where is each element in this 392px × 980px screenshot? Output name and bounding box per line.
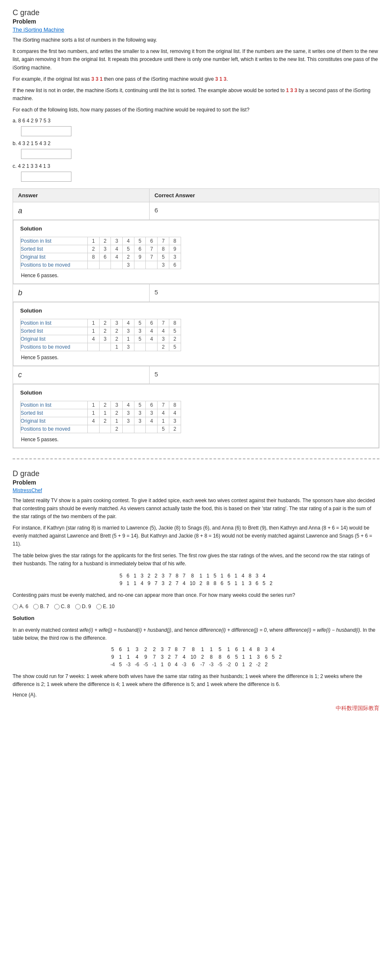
options-container: A. 6B. 7C. 8D. 9E. 10 — [13, 605, 120, 611]
radio-C[interactable] — [54, 604, 60, 609]
d-solution-title: Solution — [13, 615, 379, 621]
row-c-answer: 5 — [155, 371, 374, 378]
options-row: A. 6B. 7C. 8D. 9E. 10 — [13, 604, 379, 611]
row-c-label: c — [18, 371, 144, 379]
c-description4: If the new list is not in order, the mac… — [13, 87, 379, 103]
d-grade-section: D grade Problem MistressChef The latest … — [13, 469, 379, 712]
option-B[interactable]: B. 7 — [33, 604, 49, 609]
solution-box-b: Solution Position in list12345678Sorted … — [13, 302, 379, 366]
star-ratings-table: 5613223787811516148349114973274102886511… — [118, 572, 275, 587]
input-c[interactable] — [21, 172, 71, 182]
c-description2: It compares the first two numbers, and w… — [13, 48, 379, 72]
d-description2: For instance, if Kathryn (star rating 8)… — [13, 524, 379, 548]
d-grade-title: D grade — [13, 469, 379, 478]
solution-row-c: Solution Position in list12345678Sorted … — [13, 384, 379, 448]
answer-row-c: c 5 — [13, 366, 379, 384]
input-a-area — [21, 126, 379, 136]
list-c-label: c. 4 2 1 3 3 4 1 3 — [13, 163, 379, 169]
c-question: For each of the following lists, how man… — [13, 106, 379, 114]
c-description1: The iSorting machine sorts a list of num… — [13, 36, 379, 44]
solution-box-c: Solution Position in list12345678Sorted … — [13, 384, 379, 448]
row-a-answer: 6 — [155, 207, 374, 214]
logo-text: 中科数理国际教育 — [336, 705, 379, 711]
option-D[interactable]: D. 9 — [75, 604, 91, 609]
list-b-label: b. 4 3 2 1 5 4 3 2 — [13, 140, 379, 146]
solution-c-title: Solution — [20, 389, 372, 396]
answer-table: Answer Correct Answer a 6 Solution — [13, 188, 379, 448]
radio-E[interactable] — [96, 604, 102, 609]
solution-box-a: Solution Position in list12345678Sorted … — [13, 220, 379, 284]
d-description4: Contesting pairs must be evenly matched,… — [13, 591, 379, 599]
d-problem-link[interactable]: MistressChef — [13, 487, 379, 493]
input-b-area — [21, 149, 379, 159]
solution-a-title: Solution — [20, 225, 372, 232]
option-C[interactable]: C. 8 — [54, 604, 70, 609]
d-hence: Hence (A). — [13, 691, 379, 699]
diff-table: 5613223787811516148349114973274102886511… — [108, 646, 284, 668]
input-b[interactable] — [21, 149, 71, 159]
answer-row-b: b 5 — [13, 284, 379, 302]
hence-a: Hence 6 passes. — [21, 273, 372, 278]
solution-table-c: Position in list12345678Sorted list11233… — [20, 401, 181, 433]
radio-B[interactable] — [33, 604, 39, 609]
d-problem-label: Problem — [13, 479, 379, 486]
input-c-area — [21, 172, 379, 182]
answer-col-header: Answer — [13, 188, 150, 202]
list-a-label: a. 8 6 4 2 9 7 5 3 — [13, 118, 379, 124]
c-grade-title: C grade — [13, 8, 379, 17]
option-E[interactable]: E. 10 — [96, 604, 115, 609]
section-divider — [13, 458, 379, 459]
solution-row-b: Solution Position in list12345678Sorted … — [13, 302, 379, 366]
row-b-label: b — [18, 289, 144, 297]
c-description3: For example, if the original list was 3 … — [13, 75, 379, 83]
d-solution-text2: The show could run for 7 weeks: 1 week w… — [13, 673, 379, 689]
option-A[interactable]: A. 6 — [13, 604, 28, 609]
answer-row-a: a 6 — [13, 202, 379, 220]
row-b-answer: 5 — [155, 289, 374, 296]
hence-b: Hence 5 passes. — [21, 355, 372, 360]
solution-table-a: Position in list12345678Sorted list23456… — [20, 237, 181, 269]
d-solution-section: Solution In an evenly matched contest wi… — [13, 615, 379, 699]
radio-A[interactable] — [13, 604, 18, 609]
input-a[interactable] — [21, 126, 71, 136]
c-problem-link[interactable]: The iSorting Machine — [13, 26, 379, 33]
d-solution-text1: In an evenly matched contest wife(i) + w… — [13, 626, 379, 642]
correct-answer-col-header: Correct Answer — [149, 188, 379, 202]
solution-row-a: Solution Position in list12345678Sorted … — [13, 220, 379, 284]
d-description3: The table below gives the star ratings f… — [13, 552, 379, 568]
hence-c: Hence 5 passes. — [21, 437, 372, 442]
c-grade-section: C grade Problem The iSorting Machine The… — [13, 8, 379, 448]
logo-area: 中科数理国际教育 — [13, 705, 379, 712]
solution-table-b: Position in list12345678Sorted list12233… — [20, 319, 181, 351]
solution-b-title: Solution — [20, 307, 372, 314]
d-description1: The latest reality TV show is a pairs co… — [13, 497, 379, 521]
radio-D[interactable] — [75, 604, 81, 609]
row-a-label: a — [18, 207, 144, 215]
c-problem-label: Problem — [13, 18, 379, 25]
